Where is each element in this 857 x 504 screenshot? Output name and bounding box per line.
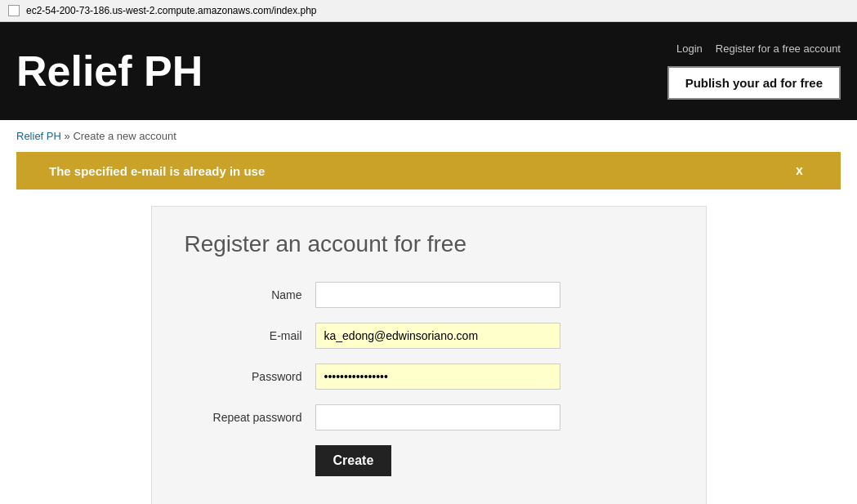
header-right: Login Register for a free account Publis… — [667, 42, 841, 100]
alert-message: The specified e-mail is already in use — [49, 164, 265, 178]
repeat-password-input[interactable] — [315, 404, 560, 430]
email-row: E-mail — [185, 323, 673, 349]
breadcrumb-home-link[interactable]: Relief PH — [16, 130, 61, 142]
register-link[interactable]: Register for a free account — [716, 42, 841, 55]
breadcrumb-current: Create a new account — [73, 130, 176, 142]
main-content: Register an account for free Name E-mail… — [0, 190, 857, 504]
breadcrumb-separator: » — [65, 130, 74, 142]
name-input[interactable] — [315, 282, 560, 308]
password-row: Password — [185, 364, 673, 390]
site-header: Relief PH Login Register for a free acco… — [0, 22, 857, 120]
email-input[interactable] — [315, 323, 560, 349]
repeat-password-label: Repeat password — [185, 411, 315, 424]
register-box: Register an account for free Name E-mail… — [151, 206, 707, 504]
name-row: Name — [185, 282, 673, 308]
email-label: E-mail — [185, 329, 315, 342]
alert-close-button[interactable]: x — [791, 163, 808, 178]
browser-url: ec2-54-200-73-186.us-west-2.compute.amaz… — [26, 5, 317, 16]
publish-ad-button[interactable]: Publish your ad for free — [667, 66, 841, 100]
alert-banner: The specified e-mail is already in use x — [16, 152, 841, 190]
login-link[interactable]: Login — [676, 42, 703, 55]
site-logo: Relief PH — [16, 47, 203, 96]
submit-row: Create — [185, 445, 673, 476]
name-label: Name — [185, 288, 315, 301]
header-links: Login Register for a free account — [676, 42, 841, 55]
repeat-password-row: Repeat password — [185, 404, 673, 430]
tab-icon — [8, 5, 20, 16]
password-label: Password — [185, 370, 315, 383]
create-button[interactable]: Create — [315, 445, 392, 476]
browser-chrome: ec2-54-200-73-186.us-west-2.compute.amaz… — [0, 0, 857, 22]
breadcrumb: Relief PH » Create a new account — [0, 120, 857, 152]
register-title: Register an account for free — [185, 231, 673, 257]
password-input[interactable] — [315, 364, 560, 390]
